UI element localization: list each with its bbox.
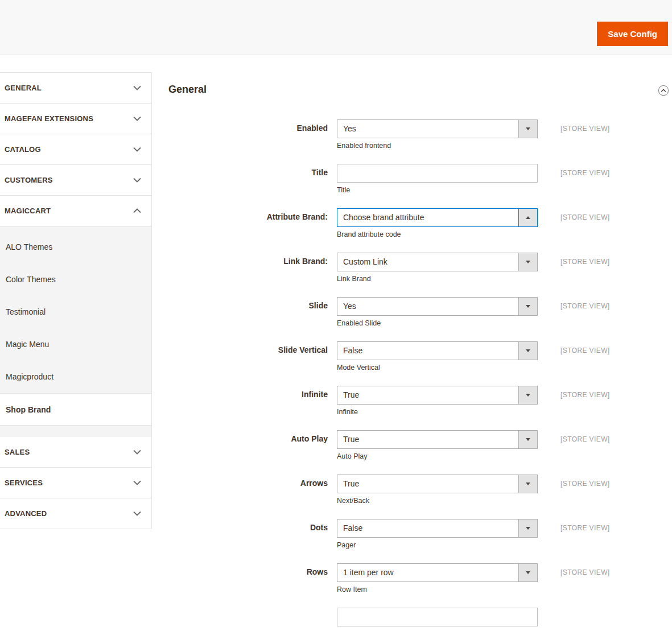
select-arrow-button[interactable] — [518, 475, 537, 493]
scope-badge: [STORE VIEW] — [560, 519, 610, 532]
field-note: Infinite — [337, 408, 538, 416]
config-nav-sidebar: GENERAL MAGEFAN EXTENSIONS CATALOG CUSTO… — [0, 72, 152, 529]
scope-badge: [STORE VIEW] — [560, 119, 610, 133]
sidebar-section-label: CATALOG — [5, 145, 133, 154]
scope-badge: [STORE VIEW] — [560, 475, 610, 488]
dropdown-arrow-icon — [526, 527, 530, 530]
select-value: True — [337, 475, 518, 493]
field-select[interactable]: False — [337, 341, 538, 360]
dropdown-arrow-icon — [526, 438, 530, 441]
dropdown-arrow-icon — [526, 482, 530, 485]
scope-badge: [STORE VIEW] — [560, 253, 610, 266]
field-label: Link Brand: — [168, 253, 328, 266]
field-label: Enabled — [168, 119, 328, 133]
collapse-section-button[interactable] — [658, 85, 669, 96]
field-row: Enabled Yes Enabled frontend [STORE VIEW… — [168, 119, 672, 150]
dropdown-arrow-icon — [526, 216, 530, 219]
field-note: Row Item — [337, 585, 538, 593]
chevron-down-icon — [133, 178, 141, 183]
chevron-down-icon — [133, 85, 141, 90]
main-content: General Enabled Yes Enabled frontend [ST… — [152, 55, 672, 631]
field-row: Attribute Brand: Choose brand attribute … — [168, 208, 672, 238]
select-value: True — [337, 431, 518, 448]
sidebar-subitem[interactable]: Testimonial — [0, 296, 151, 328]
dropdown-arrow-icon — [526, 127, 530, 130]
select-value: Custom Link — [337, 253, 518, 271]
select-value: Choose brand attribute — [337, 209, 518, 226]
sidebar-section-label: ADVANCED — [5, 509, 133, 518]
sidebar-subitem[interactable]: Magic Menu — [0, 328, 151, 361]
field-select[interactable]: Choose brand attribute — [337, 208, 538, 227]
field-row: Slide Yes Enabled Slide [STORE VIEW] — [168, 297, 672, 327]
field-select[interactable]: Yes — [337, 119, 538, 138]
scope-badge: [STORE VIEW] — [560, 208, 610, 221]
field-text-input[interactable] — [337, 164, 538, 183]
field-control: Custom Link Link Brand — [337, 253, 538, 283]
select-arrow-button[interactable] — [518, 519, 537, 537]
save-config-button[interactable]: Save Config — [597, 22, 668, 46]
select-value: False — [337, 519, 518, 537]
select-arrow-button[interactable] — [518, 253, 537, 271]
select-arrow-button[interactable] — [518, 386, 537, 404]
select-arrow-button[interactable] — [518, 564, 537, 581]
sidebar-section-label: SERVICES — [5, 479, 133, 487]
sidebar-section[interactable]: MAGICCART — [0, 196, 151, 226]
sidebar-section-label: MAGICCART — [5, 207, 133, 215]
chevron-up-circle-icon — [658, 85, 669, 96]
select-arrow-button[interactable] — [518, 209, 537, 226]
sidebar-section-label: SALES — [5, 448, 133, 456]
sidebar-subitem[interactable]: Magicproduct — [0, 361, 151, 393]
field-row: Link Brand: Custom Link Link Brand [STOR… — [168, 253, 672, 283]
sidebar-subitem[interactable]: Color Themes — [0, 263, 151, 296]
scope-badge: [STORE VIEW] — [560, 430, 610, 443]
field-label: Infinite — [168, 386, 328, 399]
sidebar-section[interactable]: CATALOG — [0, 134, 151, 165]
field-row: Slide Vertical False Mode Vertical [STOR… — [168, 341, 672, 372]
sidebar-section[interactable]: SALES — [0, 437, 151, 468]
field-control: Title — [337, 164, 538, 194]
dropdown-arrow-icon — [526, 261, 530, 263]
sidebar-section[interactable]: CUSTOMERS — [0, 165, 151, 196]
select-arrow-button[interactable] — [518, 298, 537, 315]
sidebar-section[interactable]: GENERAL — [0, 73, 151, 104]
sidebar-section[interactable]: SERVICES — [0, 468, 151, 498]
field-select[interactable]: True — [337, 475, 538, 493]
field-row: Rows 1 item per row Row Item [STORE VIEW… — [168, 563, 672, 593]
topbar: Save Config — [0, 0, 672, 55]
field-select[interactable]: False — [337, 519, 538, 538]
sidebar-section[interactable]: ADVANCED — [0, 498, 151, 529]
field-select[interactable]: Custom Link — [337, 253, 538, 271]
field-select[interactable]: True — [337, 386, 538, 405]
field-note: Brand attribute code — [337, 230, 538, 238]
field-select[interactable]: Yes — [337, 297, 538, 316]
sidebar-subitem[interactable]: ALO Themes — [0, 231, 151, 263]
field-note: Mode Vertical — [337, 364, 538, 372]
dropdown-arrow-icon — [526, 394, 530, 397]
scope-badge: [STORE VIEW] — [560, 341, 610, 354]
field-row: Dots False Pager [STORE VIEW] — [168, 519, 672, 549]
sidebar-section[interactable]: MAGEFAN EXTENSIONS — [0, 104, 151, 134]
select-arrow-button[interactable] — [518, 431, 537, 448]
field-note: Next/Back — [337, 497, 538, 505]
field-note: Link Brand — [337, 275, 538, 283]
field-select[interactable]: 1 item per row — [337, 563, 538, 582]
select-arrow-button[interactable] — [518, 120, 537, 138]
field-select[interactable]: True — [337, 430, 538, 449]
chevron-down-icon — [133, 116, 141, 121]
field-control: Yes Enabled Slide — [337, 297, 538, 327]
field-label: Slide — [168, 297, 328, 310]
field-control: Choose brand attribute Brand attribute c… — [337, 208, 538, 238]
field-label: Auto Play — [168, 430, 328, 443]
field-label: Arrows — [168, 475, 328, 488]
select-arrow-button[interactable] — [518, 342, 537, 360]
sidebar-section-label: MAGEFAN EXTENSIONS — [5, 114, 133, 123]
chevron-down-icon — [133, 511, 141, 516]
scope-badge: [STORE VIEW] — [560, 386, 610, 399]
field-control: False Pager — [337, 519, 538, 549]
dropdown-arrow-icon — [526, 349, 530, 352]
field-label: Rows — [168, 563, 328, 576]
dropdown-arrow-icon — [526, 571, 530, 574]
sidebar-subitem[interactable]: Shop Brand — [0, 393, 151, 426]
field-text-input[interactable] — [337, 608, 538, 626]
form-fields: Enabled Yes Enabled frontend [STORE VIEW… — [168, 119, 672, 626]
